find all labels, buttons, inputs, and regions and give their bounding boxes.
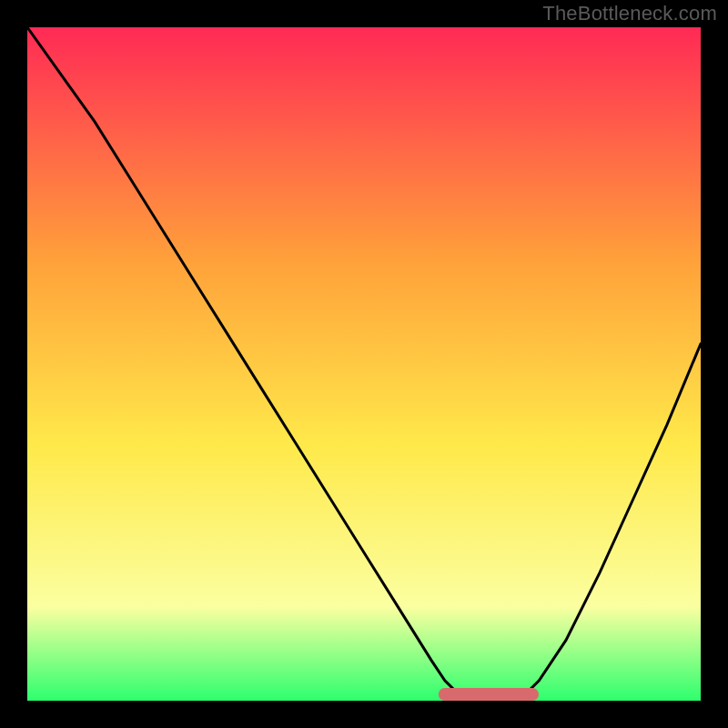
chart-svg [27, 27, 701, 701]
attribution-label: TheBottleneck.com [542, 2, 717, 25]
chart-frame: TheBottleneck.com [0, 0, 728, 728]
plot-area [27, 27, 701, 701]
gradient-background [27, 27, 701, 701]
